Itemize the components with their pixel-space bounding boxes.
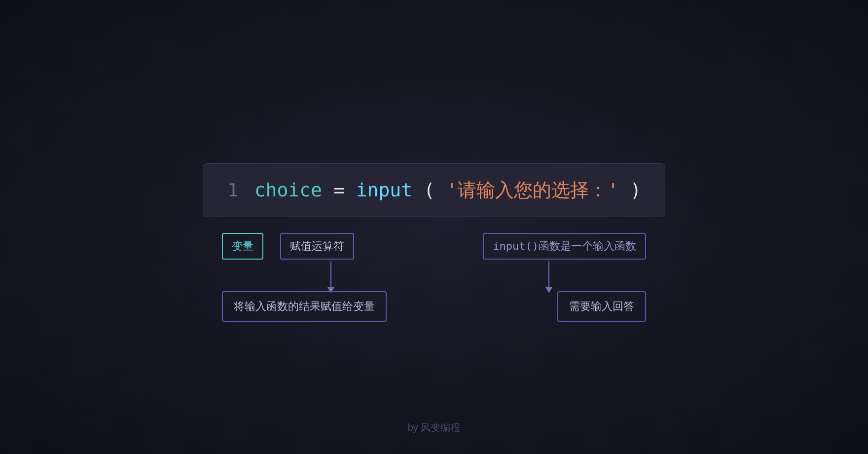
code-paren-close: ) (630, 179, 641, 201)
desc-right: 需要输入回答 (557, 291, 646, 322)
label-variable: 变量 (222, 233, 263, 260)
label-assign: 赋值运算符 (280, 233, 354, 260)
annotation-area: 变量 赋值运算符 input()函数是一个输入函数 将输入函数的结果赋值给变量 … (222, 233, 646, 291)
line-number: 1 (227, 179, 239, 201)
code-paren-open: ( (424, 179, 435, 201)
footer: by 风变编程 (408, 421, 461, 434)
code-string: '请输入您的选择：' (446, 179, 619, 201)
code-content: choice = input ( '请输入您的选择：' ) (254, 178, 642, 203)
code-block: 1 choice = input ( '请输入您的选择：' ) (203, 163, 666, 217)
arrow-left (327, 262, 334, 293)
arrow-left-line (330, 262, 331, 287)
desc-left: 将输入函数的结果赋值给变量 (222, 291, 387, 322)
label-input: input()函数是一个输入函数 (483, 233, 646, 260)
arrow-right-head (545, 287, 552, 293)
code-operator: = (333, 179, 356, 201)
main-container: 1 choice = input ( '请输入您的选择：' ) 变量 赋值运算符… (203, 163, 666, 291)
code-variable: choice (254, 179, 322, 201)
code-function: input (356, 179, 412, 201)
arrow-right (545, 262, 552, 293)
arrow-right-line (548, 262, 549, 287)
